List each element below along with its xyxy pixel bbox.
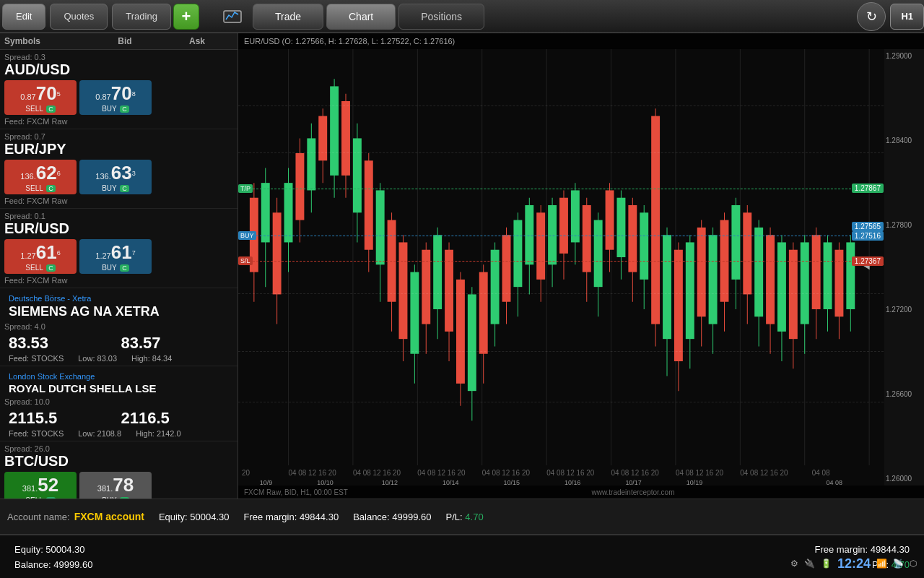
svg-rect-92: [709, 235, 718, 324]
svg-text:04 08 12 16 20: 04 08 12 16 20: [417, 469, 466, 477]
eurusd-sell-pre: 1.27: [20, 251, 35, 260]
svg-rect-52: [479, 272, 488, 354]
audusd-buy-button[interactable]: 0.87708 BUY C: [79, 80, 152, 115]
svg-text:04 08 12 16 20: 04 08 12 16 20: [676, 469, 724, 477]
svg-rect-32: [365, 160, 373, 249]
svg-rect-108: [801, 242, 809, 324]
royal-name[interactable]: ROYAL DUTCH SHELLA LSE: [4, 381, 233, 396]
equity-label: Equity:: [159, 512, 188, 522]
royal-row: London Stock Exchange ROYAL DUTCH SHELLA…: [0, 366, 237, 441]
price-scale-4: 1.27200: [886, 306, 923, 314]
eurusd-row: Spread: 0.1 EUR/USD 1.27616 SELL C 1.276…: [0, 209, 237, 288]
left-panel: Symbols Bid Ask Spread: 0.3 AUD/USD 0.87…: [0, 33, 238, 499]
tp-price-tag: 1.27867: [852, 184, 884, 193]
chart-area[interactable]: EUR/USD (O: 1.27566, H: 1.27628, L: 1.27…: [238, 33, 924, 499]
svg-text:10/19: 10/19: [687, 479, 702, 486]
trade-tab[interactable]: Trade: [253, 4, 323, 30]
svg-rect-110: [812, 235, 821, 309]
svg-rect-44: [433, 235, 442, 309]
svg-text:04 08 12 16 20: 04 08 12 16 20: [611, 469, 660, 477]
quotes-tab-button[interactable]: Quotes: [50, 4, 108, 30]
svg-rect-48: [456, 280, 465, 384]
svg-rect-102: [766, 235, 775, 324]
eurjpy-sell-button[interactable]: 136.626 SELL C: [4, 160, 77, 194]
eurjpy-buy-pre: 136.: [95, 172, 110, 181]
royal-bid: 2115.5: [9, 409, 117, 428]
x-axis-labels-svg: 20 04 08 12 16 20 04 08 12 16 20 04 08 1…: [238, 465, 884, 486]
svg-rect-72: [594, 220, 603, 288]
h1-button[interactable]: H1: [890, 4, 924, 30]
siemens-ask: 83.57: [121, 334, 230, 353]
edit-button[interactable]: Edit: [2, 4, 45, 30]
svg-rect-18: [284, 183, 293, 242]
buy-line: [238, 236, 884, 236]
positions-tab[interactable]: Positions: [398, 4, 484, 30]
status-bar: ⚙ 🔌 🔋 12:24 📶 📡 ⬡: [783, 549, 924, 578]
bottom-equity-value: 50004.30: [45, 544, 84, 555]
eurjpy-buy-main: 63: [111, 162, 132, 184]
android-icon-2: 🔌: [804, 558, 815, 569]
audusd-sell-button[interactable]: 0.87705 SELL C: [4, 80, 77, 115]
btcusd-sell-button[interactable]: 381.52 SELL C: [4, 472, 77, 499]
refresh-button[interactable]: ↻: [857, 2, 886, 31]
svg-text:04 08 12 16 20: 04 08 12 16 20: [353, 469, 401, 477]
royal-high: High: 2142.0: [136, 429, 180, 438]
svg-text:20: 20: [242, 469, 250, 477]
eurusd-spread: Spread: 0.1: [4, 212, 233, 220]
chart-tab[interactable]: Chart: [326, 4, 396, 30]
svg-text:10/15: 10/15: [504, 479, 520, 486]
svg-rect-84: [663, 235, 671, 339]
siemens-high: High: 84.34: [131, 354, 172, 363]
trading-tab-button[interactable]: Trading: [112, 4, 171, 30]
svg-rect-100: [754, 228, 763, 316]
svg-rect-114: [834, 250, 843, 317]
royal-prices: 2115.5 2116.5: [4, 407, 233, 429]
balance-field: Balance: 49999.60: [353, 512, 431, 522]
price-scale-5: 1.26600: [886, 390, 923, 398]
pl-field: P/L: 4.70: [446, 512, 484, 522]
status-row-1: Equity: 50004.30 Free margin: 49844.30: [14, 544, 910, 555]
bottom-balance-label: Balance: 49999.60: [14, 559, 92, 570]
svg-rect-116: [846, 242, 855, 309]
free-margin-label: Free margin:: [244, 512, 297, 522]
svg-text:04 08: 04 08: [812, 469, 830, 477]
audusd-name[interactable]: AUD/USD: [4, 61, 233, 78]
eurjpy-spread: Spread: 0.7: [4, 132, 233, 141]
audusd-spread: Spread: 0.3: [4, 53, 233, 61]
svg-rect-26: [330, 86, 339, 175]
eurusd-buy-button[interactable]: 1.27617 BUY C: [79, 239, 152, 274]
btcusd-prices: 381.52 SELL C 381.78 BUY C: [4, 472, 233, 499]
add-button[interactable]: +: [173, 4, 199, 30]
btcusd-buy-main: 78: [113, 474, 134, 496]
eurusd-sell-main: 61: [36, 241, 57, 263]
symbols-col-header: Symbols: [4, 36, 89, 46]
balance-label: Balance:: [353, 512, 390, 522]
pl-value: 4.70: [465, 512, 483, 522]
siemens-name[interactable]: SIEMENS AG NA XETRA: [4, 303, 233, 321]
btcusd-row: Spread: 26.0 BTC/USD 381.52 SELL C 381.7…: [0, 441, 237, 499]
audusd-feed: Feed: FXCM Raw: [4, 117, 233, 126]
eurjpy-feed: Feed: FXCM Raw: [4, 197, 233, 205]
balance-value: 49999.60: [392, 512, 431, 522]
audusd-buy-sup: 8: [132, 90, 136, 98]
eurjpy-sell-sup: 6: [57, 170, 61, 177]
eurjpy-sell-main: 62: [36, 162, 57, 184]
svg-rect-98: [743, 212, 751, 294]
siemens-low: Low: 83.03: [78, 354, 117, 363]
svg-rect-90: [697, 228, 706, 316]
eurusd-sell-button[interactable]: 1.27616 SELL C: [4, 239, 77, 274]
chart-info-bar: EUR/USD (O: 1.27566, H: 1.27628, L: 1.27…: [238, 33, 924, 49]
svg-text:10/16: 10/16: [565, 479, 580, 486]
svg-rect-62: [536, 212, 545, 280]
svg-rect-16: [273, 212, 282, 294]
btcusd-name[interactable]: BTC/USD: [4, 453, 233, 470]
bluetooth-icon: ⬡: [910, 558, 917, 569]
eurusd-name[interactable]: EUR/USD: [4, 220, 233, 237]
svg-rect-76: [616, 198, 625, 257]
eurusd-buy-pre: 1.27: [95, 251, 110, 260]
btcusd-buy-button[interactable]: 381.78 BUY C: [79, 472, 152, 499]
eurjpy-name[interactable]: EUR/JPY: [4, 141, 233, 158]
eurjpy-buy-button[interactable]: 136.633 BUY C: [79, 160, 152, 194]
chart-source-info: FXCM Raw, BID, H1, 00:00 EST: [244, 488, 348, 496]
candlestick-svg: [238, 49, 884, 465]
